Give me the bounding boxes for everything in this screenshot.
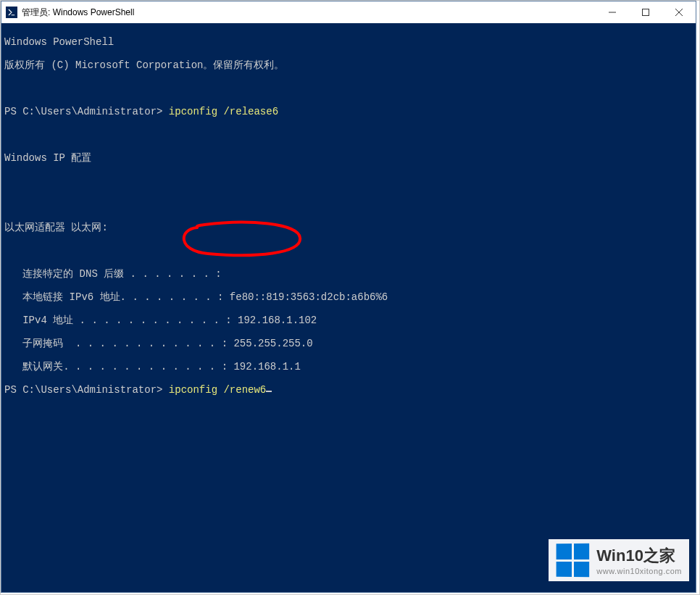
row-subnet-mask: 子网掩码 . . . . . . . . . . . . : 255.255.2…	[4, 338, 693, 349]
powershell-icon	[6, 7, 17, 18]
maximize-button[interactable]	[629, 1, 662, 23]
adapter-title: 以太网适配器 以太网:	[4, 222, 693, 233]
svg-rect-1	[643, 9, 649, 16]
prompt-line-1: PS C:\Users\Administrator> ipconfig /rel…	[4, 106, 693, 117]
watermark: Win10之家 www.win10xitong.com	[549, 539, 689, 581]
window-controls	[596, 1, 696, 23]
command-text: ipconfig /renew6	[169, 384, 266, 396]
watermark-title: Win10之家	[596, 545, 682, 567]
prompt-path: PS C:\Users\Administrator>	[4, 384, 169, 396]
window-title: 管理员: Windows PowerShell	[22, 7, 134, 19]
prompt-line-2: PS C:\Users\Administrator> ipconfig /ren…	[4, 384, 693, 396]
row-default-gateway: 默认网关. . . . . . . . . . . . . : 192.168.…	[4, 361, 693, 373]
watermark-url: www.win10xitong.com	[596, 567, 682, 575]
ps-copyright-line: 版权所有 (C) Microsoft Corporation。保留所有权利。	[4, 59, 693, 71]
windows-logo-icon	[557, 544, 590, 578]
terminal-area[interactable]: Windows PowerShell 版权所有 (C) Microsoft Co…	[1, 23, 696, 592]
powershell-window: 管理员: Windows PowerShell Windows PowerShe…	[1, 1, 696, 593]
row-ipv6-address: 本地链接 IPv6 地址. . . . . . . . : fe80::819:…	[4, 291, 693, 303]
titlebar[interactable]: 管理员: Windows PowerShell	[1, 1, 696, 23]
row-ipv4-address: IPv4 地址 . . . . . . . . . . . . : 192.16…	[4, 315, 693, 326]
ip-config-title: Windows IP 配置	[4, 152, 693, 164]
minimize-button[interactable]	[596, 1, 629, 23]
prompt-path: PS C:\Users\Administrator>	[4, 106, 169, 117]
row-dns-suffix: 连接特定的 DNS 后缀 . . . . . . . :	[4, 268, 693, 280]
ps-header-line: Windows PowerShell	[4, 36, 693, 48]
close-button[interactable]	[662, 1, 696, 23]
command-text: ipconfig /release6	[169, 106, 278, 117]
cursor	[266, 391, 272, 392]
